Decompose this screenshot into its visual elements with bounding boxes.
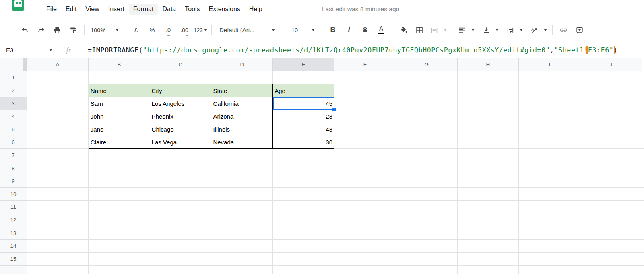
column-header-I[interactable]: I [519, 58, 580, 71]
font-select[interactable]: Default (Ari... [215, 23, 278, 37]
merge-cells-button[interactable] [427, 23, 441, 37]
cell-D5[interactable]: Illinois [211, 123, 273, 136]
borders-button[interactable] [411, 23, 427, 37]
fill-handle[interactable] [332, 108, 336, 111]
row-header-10[interactable]: 10 [0, 188, 27, 201]
column-header-G[interactable]: G [396, 58, 458, 71]
text-wrapping-button[interactable] [504, 23, 517, 37]
name-box[interactable]: E3 [0, 42, 56, 58]
menu-data[interactable]: Data [158, 4, 180, 15]
row-header-8[interactable]: 8 [0, 162, 27, 175]
menu-view[interactable]: View [81, 4, 103, 15]
formula-input[interactable]: =IMPORTRANGE("https://docs.google.com/sp… [82, 46, 644, 54]
column-header-F[interactable]: F [334, 58, 396, 71]
cell-D3[interactable]: California [211, 97, 273, 110]
cell-E2[interactable]: Age [273, 84, 334, 97]
row-header-4[interactable]: 4 [0, 110, 27, 123]
column-header-J[interactable]: J [580, 58, 642, 71]
cell-E5[interactable]: 43 [273, 123, 334, 136]
column-header-C[interactable]: C [150, 58, 212, 71]
bold-icon: B [330, 26, 336, 34]
row-header-15[interactable]: 15 [0, 253, 27, 266]
row-header-14[interactable]: 14 [0, 240, 27, 253]
vertical-align-dropdown[interactable] [493, 23, 501, 37]
cell-C2[interactable]: City [150, 84, 212, 97]
cell-D4[interactable]: Arizona [211, 110, 273, 123]
cell-B6[interactable]: Claire [89, 136, 150, 149]
chevron-down-icon [49, 49, 52, 51]
insert-link-icon [559, 26, 568, 34]
column-header-B[interactable]: B [89, 58, 150, 71]
menu-tools[interactable]: Tools [180, 4, 204, 15]
cell-C6[interactable]: Las Vega [150, 136, 212, 149]
vertical-align-button[interactable] [479, 23, 493, 37]
row-header-12[interactable]: 12 [0, 214, 27, 227]
horizontal-align-dropdown[interactable] [469, 23, 477, 37]
font-size-select[interactable]: 10 [284, 23, 319, 37]
more-formats-button[interactable]: 123 [192, 23, 208, 37]
cell-E6[interactable]: 30 [273, 136, 334, 149]
cell-C5[interactable]: Chicago [150, 123, 212, 136]
row-header-3[interactable]: 3 [0, 97, 27, 110]
italic-button[interactable]: I [341, 23, 357, 37]
merge-cells-dropdown[interactable] [441, 23, 449, 37]
bold-button[interactable]: B [325, 23, 341, 37]
last-edit-status[interactable]: Last edit was 8 minutes ago [322, 0, 399, 18]
menu-insert[interactable]: Insert [104, 4, 129, 15]
insert-link-button[interactable] [555, 23, 572, 37]
column-header-A[interactable]: A [27, 58, 89, 71]
cell-C4[interactable]: Pheonix [150, 110, 212, 123]
text-rotation-button[interactable]: A [528, 23, 541, 37]
selected-cell-outline[interactable] [273, 97, 334, 110]
strikethrough-icon: S [363, 27, 367, 34]
cell-C3[interactable]: Los Angeles [150, 97, 212, 110]
format-percent-button[interactable]: % [144, 23, 160, 37]
cell-D2[interactable]: State [211, 84, 273, 97]
horizontal-align-button[interactable] [455, 23, 469, 37]
menu-edit[interactable]: Edit [61, 4, 81, 15]
cell-B2[interactable]: Name [89, 84, 150, 97]
text-rotation-dropdown[interactable] [541, 23, 549, 37]
row-header-5[interactable]: 5 [0, 123, 27, 136]
vertical-align-icon [482, 26, 490, 34]
row-header-2[interactable]: 2 [0, 84, 27, 97]
column-header-H[interactable]: H [458, 58, 519, 71]
chevron-down-icon [495, 29, 499, 31]
cell-B4[interactable]: John [89, 110, 150, 123]
select-all-corner[interactable] [0, 58, 27, 71]
print-button[interactable] [49, 23, 65, 37]
menu-help[interactable]: Help [245, 4, 267, 15]
format-currency-button[interactable]: £ [128, 23, 144, 37]
menu-extensions[interactable]: Extensions [204, 4, 245, 15]
text-wrapping-dropdown[interactable] [517, 23, 525, 37]
insert-comment-button[interactable] [572, 23, 588, 37]
menu-file[interactable]: File [42, 4, 61, 15]
decrease-decimal-button[interactable]: .0← [160, 23, 176, 37]
sheets-logo-icon[interactable] [12, 0, 24, 11]
strikethrough-button[interactable]: S [357, 23, 373, 37]
column-header-E[interactable]: E [273, 58, 334, 71]
row-header-6[interactable]: 6 [0, 136, 27, 149]
text-color-button[interactable]: A [373, 23, 389, 37]
cell-D6[interactable]: Nevada [211, 136, 273, 149]
column-header-D[interactable]: D [211, 58, 273, 71]
row-header-11[interactable]: 11 [0, 201, 27, 214]
row-header-7[interactable]: 7 [0, 149, 27, 162]
formula-bar: E3 fx =IMPORTRANGE("https://docs.google.… [0, 42, 644, 58]
increase-decimal-button[interactable]: .00→ [176, 23, 192, 37]
menu-format[interactable]: Format [129, 4, 158, 15]
cell-B3[interactable]: Sam [89, 97, 150, 110]
row-header-9[interactable]: 9 [0, 175, 27, 188]
row-header-1[interactable]: 1 [0, 71, 27, 84]
row-header-13[interactable]: 13 [0, 227, 27, 240]
paint-format-button[interactable] [65, 23, 81, 37]
undo-button[interactable] [17, 23, 33, 37]
cell-E4[interactable]: 23 [273, 110, 334, 123]
cell-B5[interactable]: Jane [89, 123, 150, 136]
fill-color-button[interactable] [395, 23, 411, 37]
formula-close-paren: ) [613, 46, 618, 54]
zoom-select[interactable]: 100% [87, 23, 122, 37]
redo-button[interactable] [33, 23, 49, 37]
chevron-down-icon [471, 29, 475, 31]
menu-items: FileEditViewInsertFormatDataToolsExtensi… [42, 0, 267, 18]
